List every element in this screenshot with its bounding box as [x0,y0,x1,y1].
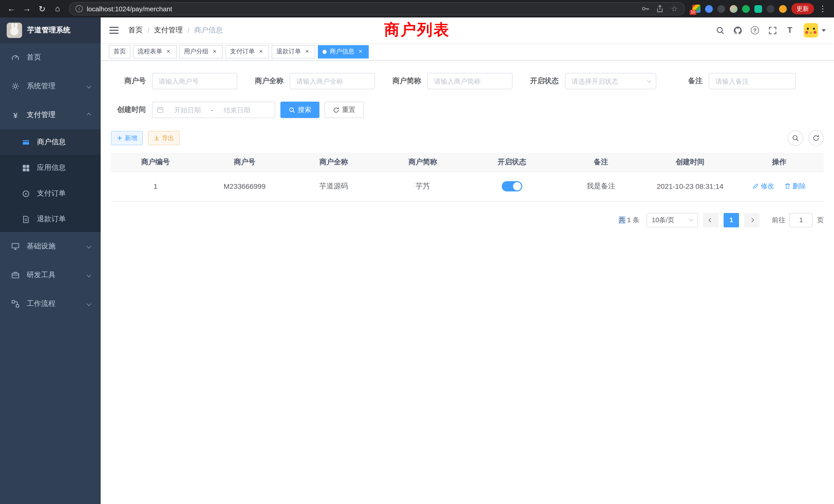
sidebar-item-infrastructure[interactable]: 基础设施 [0,232,101,261]
sidebar-item-refund-order[interactable]: 退款订单 [0,206,101,232]
page-size-select[interactable]: 10条/页 [646,213,698,227]
field-label: 商户全称 [248,76,284,86]
toggle-search-button[interactable] [788,130,803,146]
close-icon[interactable]: × [211,48,218,55]
close-icon[interactable]: × [304,48,311,55]
active-dot [323,49,327,54]
edit-link[interactable]: 修改 [753,182,774,191]
full-name-input[interactable] [290,73,375,89]
download-icon [154,135,160,141]
sidebar-item-label: 支付管理 [27,110,56,120]
sidebar-item-label: 应用信息 [37,163,66,173]
extension-icon[interactable] [730,5,738,13]
current-page-button[interactable]: 1 [724,213,739,227]
search-button[interactable]: 搜索 [280,101,320,118]
site-info-icon[interactable]: i [75,5,83,12]
hamburger-icon[interactable] [109,25,119,36]
sidebar-item-system[interactable]: 系统管理 [0,72,101,100]
edit-label: 修改 [761,182,774,191]
font-size-button[interactable]: T [782,23,797,38]
sidebar-item-app-info[interactable]: 应用信息 [0,155,101,181]
chevron-up-icon [87,113,91,117]
breadcrumb-item[interactable]: 首页 [128,26,143,35]
reload-icon[interactable]: ↻ [35,2,49,16]
address-bar[interactable]: i localhost:1024/pay/merchant ☆ [69,2,685,16]
chevron-down-icon [87,302,91,306]
breadcrumb-item[interactable]: 支付管理 [154,26,183,35]
sidebar-item-dev-tools[interactable]: 研发工具 [0,261,101,290]
refresh-icon [333,107,339,113]
share-icon[interactable] [656,5,664,13]
browser-toolbar: ← → ↻ ⌂ i localhost:1024/pay/merchant ☆ … [0,0,834,18]
reset-button[interactable]: 重置 [325,101,364,118]
password-key-icon[interactable] [641,5,650,13]
refresh-table-button[interactable] [808,130,824,146]
logo-avatar [7,23,22,38]
header-search-button[interactable] [712,23,728,38]
search-button-label: 搜索 [298,105,311,114]
goto-page-input[interactable] [789,213,813,227]
cell-short-name: 芋艿 [378,171,467,201]
extensions-area: 10 更新 ⋮ [689,3,830,14]
remark-input[interactable] [709,73,796,89]
sidebar-item-pay-order[interactable]: 支付订单 [0,181,101,206]
bookmark-star-icon[interactable]: ☆ [670,5,678,13]
page-content: 商户号 商户全称 商户简称 开启状态 [101,61,834,504]
close-icon[interactable]: × [257,48,264,55]
github-icon [733,26,742,35]
tab-label: 流程表单 [138,47,162,56]
toolbox-icon [11,271,20,279]
fullscreen-button[interactable] [765,23,780,38]
filter-row-1: 商户号 商户全称 商户简称 开启状态 [111,73,824,89]
sidebar-item-payment[interactable]: ¥ 支付管理 [0,100,101,129]
status-toggle[interactable] [502,181,522,191]
tab-merchant-info[interactable]: 商户信息 × [318,45,369,58]
sidebar-item-workflow[interactable]: 工作流程 [0,290,101,318]
tab-refund-order[interactable]: 退款订单 × [272,45,315,58]
tab-home[interactable]: 首页 [109,45,130,58]
sidebar-item-home[interactable]: 首页 [0,43,101,72]
date-range-picker[interactable]: - [152,101,275,118]
date-start-input[interactable] [166,106,209,114]
extension-icon[interactable] [705,5,713,13]
short-name-input[interactable] [427,73,512,89]
search-icon [289,107,295,113]
export-button[interactable]: 导出 [148,131,180,145]
status-select-input[interactable] [565,73,656,89]
status-select[interactable] [565,73,656,89]
sidebar-item-merchant-info[interactable]: 商户信息 [0,129,101,155]
extension-icon[interactable] [767,5,774,13]
extension-icon[interactable] [742,5,750,13]
forward-icon[interactable]: → [20,2,34,16]
add-button[interactable]: 新增 [111,131,143,145]
browser-update-button[interactable]: 更新 [791,3,814,14]
tab-pay-order[interactable]: 支付订单 × [225,45,269,58]
delete-link[interactable]: 删除 [784,182,806,191]
github-button[interactable] [730,23,745,38]
extension-icon[interactable] [718,5,725,13]
date-end-input[interactable] [215,106,259,114]
app-logo[interactable]: 芋道管理系统 [0,18,101,43]
next-page-button[interactable] [744,213,760,227]
close-icon[interactable]: × [357,48,364,55]
prev-page-button[interactable] [703,213,719,227]
column-header: 商户全称 [289,153,378,171]
merchant-no-input[interactable] [152,73,237,89]
breadcrumb-separator: / [147,26,150,35]
tab-process-form[interactable]: 流程表单 × [133,45,177,58]
browser-menu-icon[interactable]: ⋮ [818,4,827,13]
home-icon[interactable]: ⌂ [50,2,65,16]
goto-label: 前往 [772,215,785,225]
help-button[interactable]: ? [747,23,763,38]
extension-icon[interactable] [779,5,787,13]
extension-puzzle-icon[interactable]: 10 [692,5,701,13]
column-header: 操作 [734,153,824,171]
chevron-down-icon [689,217,694,222]
tab-user-group[interactable]: 用户分组 × [179,45,223,58]
back-icon[interactable]: ← [4,2,19,16]
column-header: 商户简称 [378,153,467,171]
trash-icon [784,183,791,190]
extension-icon[interactable] [754,5,762,13]
user-menu[interactable] [804,23,826,38]
close-icon[interactable]: × [165,48,172,55]
